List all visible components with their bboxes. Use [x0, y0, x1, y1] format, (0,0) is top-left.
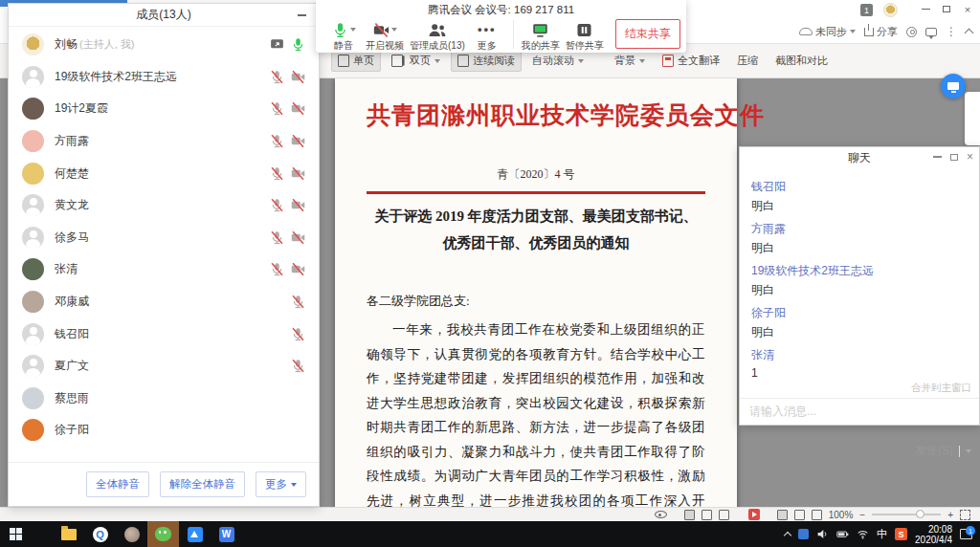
merge-to-main-link[interactable]: 合并到主窗口: [740, 380, 979, 398]
clock[interactable]: 20:08 2020/4/4: [915, 524, 952, 545]
minimize-button[interactable]: [294, 8, 309, 23]
tray-expand-icon[interactable]: [784, 531, 791, 538]
maximize-button[interactable]: [950, 154, 958, 161]
ime-indicator[interactable]: 中: [877, 527, 887, 541]
chat-text: 明白: [751, 198, 968, 214]
comment-button[interactable]: [925, 28, 937, 36]
member-row[interactable]: 夏广文: [9, 350, 319, 383]
member-row[interactable]: 19计2夏霞: [9, 93, 319, 125]
sync-status[interactable]: 未同步: [799, 25, 856, 39]
avatar: [22, 258, 44, 280]
member-row[interactable]: 邓康威: [9, 286, 319, 318]
member-name: 蔡思雨: [55, 390, 89, 406]
zoom-minus-button[interactable]: −: [859, 510, 865, 520]
photo-app-button[interactable]: [116, 521, 147, 547]
fit-width-icon[interactable]: [794, 510, 805, 520]
system-tray: 中 S 20:08 2020/4/4 1: [785, 524, 980, 545]
end-share-button[interactable]: 结束共享: [615, 19, 680, 49]
floating-collapsed-panel[interactable]: [965, 92, 980, 145]
member-row[interactable]: 徐多马: [9, 222, 319, 254]
members-panel-header: 成员(13人): [9, 4, 319, 27]
wps-app-button[interactable]: W: [211, 521, 242, 547]
share-button[interactable]: 分享: [864, 25, 898, 39]
member-row[interactable]: 张清: [9, 253, 319, 286]
mic-muted-icon: [270, 166, 284, 181]
my-share-button[interactable]: 我的共享: [522, 20, 560, 53]
member-row[interactable]: 19级软件技术2班王志远: [9, 61, 319, 94]
unmute-all-button[interactable]: 解除全体静音: [160, 471, 245, 497]
mic-muted-icon: [270, 198, 284, 212]
chat-input[interactable]: [740, 399, 968, 424]
close-button[interactable]: ×: [957, 0, 978, 18]
sogou-icon[interactable]: S: [895, 528, 907, 540]
member-name: 19计2夏霞: [55, 100, 108, 117]
collapse-ribbon-button[interactable]: [966, 27, 972, 36]
member-row[interactable]: 方雨露: [9, 125, 319, 158]
minimize-button[interactable]: [915, 0, 936, 18]
browser-icon: Q: [93, 527, 108, 542]
manage-members-button[interactable]: 管理成员(13): [410, 20, 465, 53]
floating-share-icon[interactable]: [941, 74, 966, 98]
mute-button[interactable]: 静音: [327, 20, 360, 53]
document-salutation: 各二级学院团总支:: [367, 293, 705, 310]
play-icon[interactable]: [748, 509, 760, 520]
file-explorer-button[interactable]: [53, 521, 84, 547]
chevron-down-icon: [578, 59, 584, 63]
more-menu-button[interactable]: ⋮: [946, 25, 957, 38]
fullscreen-icon[interactable]: [960, 510, 970, 520]
zoom-level[interactable]: 100%: [829, 510, 854, 520]
member-row[interactable]: 钱召阳: [9, 317, 319, 350]
double-view-icon[interactable]: [719, 510, 729, 520]
notification-center-icon[interactable]: 1: [960, 529, 972, 539]
page-fit-icon[interactable]: [777, 510, 788, 520]
restore-button[interactable]: [936, 0, 957, 18]
zoom-knob[interactable]: [916, 510, 924, 518]
member-row[interactable]: 徐子阳: [9, 414, 319, 447]
tab-count-badge[interactable]: 1: [860, 4, 873, 16]
minimize-button[interactable]: [933, 156, 942, 158]
zoom-slider[interactable]: [872, 514, 941, 515]
members-list: 刘畅 (主持人, 我) 19级软件技术2班王志远 19计2夏霞: [9, 29, 319, 462]
start-button[interactable]: [0, 521, 32, 547]
zoom-plus-button[interactable]: +: [947, 510, 953, 520]
mic-muted-icon: [270, 70, 284, 84]
pause-icon: [576, 22, 592, 38]
compare-button[interactable]: 截图和对比: [768, 50, 835, 72]
camera-off-icon: [291, 134, 305, 148]
single-view-icon[interactable]: [702, 510, 712, 520]
start-video-button[interactable]: 开启视频: [366, 20, 404, 53]
single-page-icon: [338, 55, 349, 67]
chat-sender: 19级软件技术2班王志远: [751, 263, 968, 279]
browser-button[interactable]: Q: [84, 521, 116, 547]
meeting-app-button[interactable]: [179, 521, 211, 547]
chevron-down-icon[interactable]: [966, 449, 971, 453]
more-button[interactable]: ••• 更多: [471, 20, 503, 53]
send-button[interactable]: 发送(S): [915, 443, 953, 459]
avatar: [22, 291, 44, 313]
gear-icon: [906, 27, 917, 37]
member-row[interactable]: 蔡思雨: [9, 383, 319, 415]
tray-app-icon[interactable]: [798, 529, 809, 539]
continuous-view-icon[interactable]: [684, 510, 695, 520]
battery-icon[interactable]: [836, 528, 849, 540]
wechat-button[interactable]: [147, 521, 179, 547]
mute-all-button[interactable]: 全体静音: [86, 471, 149, 497]
member-row[interactable]: 黄文龙: [9, 189, 319, 222]
fit-page-icon[interactable]: [812, 510, 822, 520]
continuous-read-icon: [457, 55, 469, 67]
wps-user-avatar[interactable]: [883, 3, 898, 17]
more-button[interactable]: 更多: [256, 471, 306, 497]
eye-protect-icon[interactable]: [655, 511, 667, 518]
member-row[interactable]: 刘畅 (主持人, 我): [9, 29, 319, 61]
wifi-icon[interactable]: [857, 528, 869, 540]
chevron-down-icon[interactable]: [350, 28, 356, 32]
chat-messages[interactable]: 钱召阳 明白 方雨露 明白 19级软件技术2班王志远 明白 徐子阳 明白 张清 …: [740, 168, 979, 380]
settings-button[interactable]: [906, 27, 917, 37]
speaker-icon[interactable]: [816, 528, 829, 540]
pause-share-button[interactable]: 暂停共享: [566, 20, 604, 53]
screen-share-icon: [270, 37, 284, 52]
chevron-down-icon[interactable]: [391, 28, 397, 32]
compress-button[interactable]: 压缩: [730, 50, 765, 72]
member-row[interactable]: 何楚楚: [9, 157, 319, 189]
close-button[interactable]: ×: [967, 150, 973, 164]
